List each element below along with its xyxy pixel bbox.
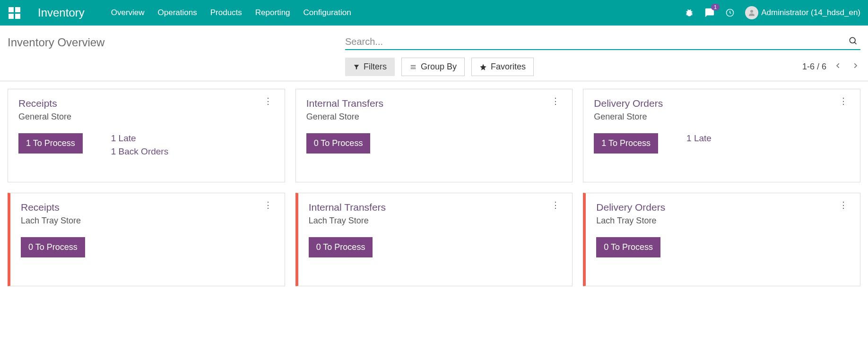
pager-text: 1-6 / 6: [802, 62, 826, 72]
groupby-button[interactable]: Group By: [401, 58, 465, 76]
user-name: Administrator (14_hdsd_en): [761, 8, 860, 17]
svg-point-2: [850, 37, 855, 43]
controls-row: Filters Group By Favorites 1-6 / 6: [345, 58, 860, 76]
favorites-button[interactable]: Favorites: [471, 58, 534, 76]
status-link[interactable]: 1 Back Orders: [111, 146, 168, 157]
pager: 1-6 / 6: [802, 59, 860, 75]
funnel-icon: [353, 64, 360, 70]
debug-icon[interactable]: [685, 8, 694, 17]
topbar-right: 1 Administrator (14_hdsd_en): [685, 6, 860, 19]
card-header: Delivery OrdersGeneral Store⋮: [594, 98, 850, 122]
card-header: Delivery OrdersLach Tray Store⋮: [596, 202, 850, 226]
process-button[interactable]: 0 To Process: [309, 237, 373, 257]
card-subtitle: General Store: [18, 112, 71, 122]
card-title[interactable]: Delivery Orders: [594, 98, 663, 109]
card-subtitle: Lach Tray Store: [21, 216, 81, 226]
nav-products[interactable]: Products: [210, 8, 242, 17]
process-button[interactable]: 0 To Process: [596, 237, 660, 257]
search-row: [345, 36, 860, 50]
avatar: [745, 6, 758, 19]
kanban-card: ReceiptsLach Tray Store⋮0 To Process: [8, 193, 285, 286]
svg-point-1: [750, 10, 753, 13]
kebab-icon[interactable]: ⋮: [549, 202, 562, 208]
card-body: 0 To Process: [309, 237, 562, 257]
kebab-icon[interactable]: ⋮: [837, 202, 850, 208]
card-title[interactable]: Internal Transfers: [309, 202, 386, 213]
main-nav: Overview Operations Products Reporting C…: [111, 8, 351, 17]
card-body: 0 To Process: [21, 237, 274, 257]
nav-operations[interactable]: Operations: [158, 8, 197, 17]
nav-configuration[interactable]: Configuration: [304, 8, 351, 17]
kanban-card: Delivery OrdersGeneral Store⋮1 To Proces…: [583, 89, 860, 182]
process-button[interactable]: 1 To Process: [594, 133, 658, 154]
kanban-card: ReceiptsGeneral Store⋮1 To Process1 Late…: [8, 89, 285, 182]
process-button[interactable]: 0 To Process: [306, 133, 371, 154]
kebab-icon[interactable]: ⋮: [549, 98, 562, 104]
card-subtitle: Lach Tray Store: [596, 216, 665, 226]
card-body: 0 To Process: [596, 237, 850, 257]
groupby-label: Group By: [421, 62, 457, 72]
card-header: Internal TransfersLach Tray Store⋮: [309, 202, 562, 226]
list-icon: [409, 64, 417, 70]
card-title[interactable]: Internal Transfers: [306, 98, 383, 109]
filters-button[interactable]: Filters: [345, 58, 395, 76]
kanban-card: Delivery OrdersLach Tray Store⋮0 To Proc…: [583, 193, 860, 286]
card-title[interactable]: Receipts: [18, 98, 71, 109]
card-header: ReceiptsGeneral Store⋮: [18, 98, 274, 122]
card-subtitle: General Store: [306, 112, 383, 122]
chevron-left-icon: [835, 61, 842, 70]
kebab-icon[interactable]: ⋮: [837, 98, 850, 104]
user-menu[interactable]: Administrator (14_hdsd_en): [745, 6, 860, 19]
card-title[interactable]: Delivery Orders: [596, 202, 665, 213]
topbar: Inventory Overview Operations Products R…: [0, 0, 868, 26]
status-link[interactable]: 1 Late: [111, 133, 168, 144]
filters-label: Filters: [364, 62, 387, 72]
search-input[interactable]: [345, 36, 845, 47]
search-column: Filters Group By Favorites 1-6 / 6: [345, 36, 860, 76]
kanban-board: ReceiptsGeneral Store⋮1 To Process1 Late…: [0, 81, 868, 294]
chat-icon[interactable]: 1: [704, 8, 715, 18]
chevron-right-icon: [852, 61, 859, 70]
card-body: 1 To Process1 Late1 Back Orders: [18, 133, 274, 157]
kanban-card: Internal TransfersGeneral Store⋮0 To Pro…: [295, 89, 573, 182]
nav-overview[interactable]: Overview: [111, 8, 145, 17]
activity-icon[interactable]: [725, 8, 735, 17]
nav-reporting[interactable]: Reporting: [255, 8, 290, 17]
star-icon: [479, 63, 487, 71]
page-title: Inventory Overview: [8, 36, 104, 49]
status-link[interactable]: 1 Late: [686, 133, 712, 144]
status-list: 1 Late: [686, 133, 712, 144]
app-title[interactable]: Inventory: [38, 6, 85, 19]
card-subtitle: General Store: [594, 112, 663, 122]
card-title[interactable]: Receipts: [21, 202, 81, 213]
apps-icon[interactable]: [8, 6, 21, 19]
pager-prev[interactable]: [833, 59, 843, 75]
chat-badge: 1: [711, 4, 720, 10]
pager-next[interactable]: [850, 59, 860, 75]
card-header: Internal TransfersGeneral Store⋮: [306, 98, 562, 122]
process-button[interactable]: 0 To Process: [21, 237, 85, 257]
card-subtitle: Lach Tray Store: [309, 216, 386, 226]
card-header: ReceiptsLach Tray Store⋮: [21, 202, 274, 226]
kebab-icon[interactable]: ⋮: [262, 98, 274, 104]
process-button[interactable]: 1 To Process: [18, 133, 83, 154]
control-panel: Inventory Overview Filters Group By Favo…: [0, 26, 868, 76]
favorites-label: Favorites: [491, 62, 526, 72]
kebab-icon[interactable]: ⋮: [262, 202, 274, 208]
card-body: 1 To Process1 Late: [594, 133, 850, 154]
kanban-card: Internal TransfersLach Tray Store⋮0 To P…: [295, 193, 573, 286]
card-body: 0 To Process: [306, 133, 562, 154]
status-list: 1 Late1 Back Orders: [111, 133, 168, 157]
search-icon[interactable]: [845, 36, 860, 47]
